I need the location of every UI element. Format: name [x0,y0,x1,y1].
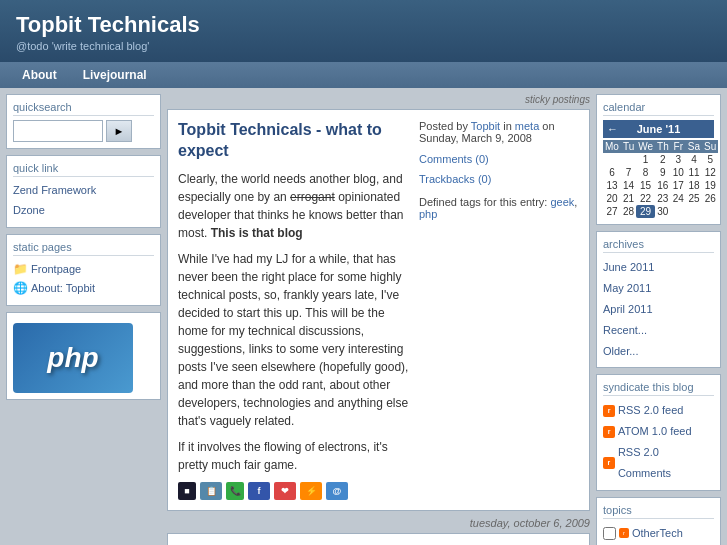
share-icon-1[interactable]: ■ [178,482,196,500]
calendar-prev[interactable]: ← [607,123,618,135]
topic-othertech[interactable]: OtherTech [632,523,683,544]
quicklink-dzone[interactable]: Dzone [13,204,45,216]
archive-june2011[interactable]: June 2011 [603,257,714,278]
cal-cell [671,205,686,218]
cal-cell [702,205,718,218]
cal-cell[interactable]: 13 [603,179,621,192]
topic-feed-icon-1: r [619,528,629,538]
page-about-topbit[interactable]: About: Topbit [31,279,95,299]
cal-cell[interactable]: 14 [621,179,636,192]
calendar-label: calendar [603,101,714,116]
archive-recent[interactable]: Recent... [603,320,714,341]
globe-icon: 🌐 [13,282,27,296]
cal-cell[interactable]: 4 [686,153,702,166]
cal-cell[interactable]: 25 [686,192,702,205]
cal-cell[interactable]: 3 [671,153,686,166]
list-item: r RSS 2.0 Comments [603,442,714,484]
folder-icon: 📁 [13,262,27,276]
cal-cell[interactable]: 9 [655,166,671,179]
share-icon-7[interactable]: @ [326,482,348,500]
share-icon-5[interactable]: ❤ [274,482,296,500]
cal-cell[interactable]: 28 [621,205,636,218]
cal-cell[interactable]: 11 [686,166,702,179]
cal-cell[interactable]: 5 [702,153,718,166]
quicklink-label: quick link [13,162,154,177]
cal-cell[interactable]: 21 [621,192,636,205]
search-input[interactable] [13,120,103,142]
page-frontpage[interactable]: Frontpage [31,260,81,280]
cal-cell[interactable]: 22 [636,192,655,205]
cal-cell[interactable]: 23 [655,192,671,205]
calendar-month: June '11 [637,123,681,135]
cal-cell[interactable]: 16 [655,179,671,192]
cal-cell[interactable]: 17 [671,179,686,192]
nav-about[interactable]: About [10,62,69,88]
calendar-row-5: 27 28 29 30 [603,205,718,218]
static-pages-section: static pages 📁 Frontpage 🌐 About: Topbit [6,234,161,307]
list-item: r ATOM 1.0 feed [603,421,714,442]
calendar-header: ← June '11 → [603,120,714,138]
post-category-1[interactable]: meta [515,120,539,132]
cal-cell[interactable]: 26 [702,192,718,205]
cal-cell-today[interactable]: 29 [636,205,655,218]
post-tag-geek[interactable]: geek [550,196,574,208]
cal-cell[interactable]: 24 [671,192,686,205]
post-author-1[interactable]: Topbit [471,120,500,132]
archives-label: archives [603,238,714,253]
list-item: June 2011 [603,257,714,278]
cal-cell[interactable]: 15 [636,179,655,192]
post-title-1[interactable]: Topbit Technicals - what to expect [178,121,382,159]
cal-cell[interactable]: 1 [636,153,655,166]
calendar-row-3: 13 14 15 16 17 18 19 [603,179,718,192]
day-tue: Tu [621,140,636,153]
cal-cell[interactable]: 10 [671,166,686,179]
cal-cell[interactable]: 7 [621,166,636,179]
cal-cell[interactable]: 8 [636,166,655,179]
cal-cell[interactable]: 20 [603,192,621,205]
cal-cell[interactable]: 2 [655,153,671,166]
share-icon-4[interactable]: f [248,482,270,500]
post-comments-1: Comments (0) Trackbacks (0) [419,150,579,190]
cal-cell[interactable]: 30 [655,205,671,218]
list-item: Dzone [13,201,154,221]
post-trackbacks-link-1[interactable]: Trackbacks (0) [419,170,579,190]
syndicate-label: syndicate this blog [603,381,714,396]
list-item: Older... [603,341,714,362]
search-button[interactable]: ► [106,120,132,142]
cal-cell[interactable]: 12 [702,166,718,179]
calendar-next[interactable]: → [699,123,710,135]
list-item: May 2011 [603,278,714,299]
site-tagline: @todo 'write technical blog' [16,40,711,52]
archive-april2011[interactable]: April 2011 [603,299,714,320]
sticky-label: sticky postings [525,94,590,105]
php-image: php [13,323,133,393]
left-sidebar: quicksearch ► quick link Zend Framework … [6,94,161,545]
static-pages-list: 📁 Frontpage 🌐 About: Topbit [13,260,154,300]
cal-cell[interactable]: 27 [603,205,621,218]
share-icon-2[interactable]: 📋 [200,482,222,500]
post-tag-php[interactable]: php [419,208,437,220]
cal-cell[interactable]: 19 [702,179,718,192]
cal-cell[interactable]: 18 [686,179,702,192]
day-thu: Th [655,140,671,153]
share-icon-3[interactable]: 📞 [226,482,244,500]
post-tags-label: Defined tags for this entry: [419,196,547,208]
feed-list: r RSS 2.0 feed r ATOM 1.0 feed r RSS 2.0… [603,400,714,484]
archive-older[interactable]: Older... [603,341,714,362]
feed-rss20comments[interactable]: RSS 2.0 Comments [618,442,714,484]
cal-cell[interactable]: 6 [603,166,621,179]
rss-icon-1: r [603,405,615,417]
feed-rss20[interactable]: RSS 2.0 feed [618,400,683,421]
topic-check-othertech[interactable] [603,527,616,540]
center-content: sticky postings Topbit Technicals - what… [167,94,590,545]
date-header-2: tuesday, october 6, 2009 [167,517,590,529]
feed-atom10[interactable]: ATOM 1.0 feed [618,421,692,442]
post-text-3: While I've had my LJ for a while, that h… [178,250,409,430]
archive-may2011[interactable]: May 2011 [603,278,714,299]
post-comments-link-1[interactable]: Comments (0) [419,150,579,170]
nav-livejournal[interactable]: Livejournal [71,62,159,88]
quicklink-zend[interactable]: Zend Framework [13,184,96,196]
share-icon-6[interactable]: ⚡ [300,482,322,500]
list-item: r RSS 2.0 feed [603,400,714,421]
post-main: Topbit Technicals - what to expect Clear… [178,120,409,500]
